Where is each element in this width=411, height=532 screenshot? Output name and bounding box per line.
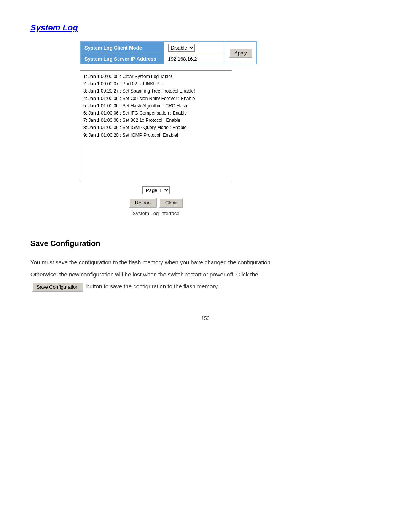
log-entry: 1: Jan 1 00:00:05 : Clear System Log Tab… (83, 73, 229, 80)
log-entry: 5: Jan 1 01:00:06 : Set Hash Algorithm :… (83, 102, 229, 110)
log-entry: 6: Jan 1 01:00:06 : Set IFG Compensation… (83, 110, 229, 117)
page-title: System Log (30, 23, 381, 34)
clear-button[interactable]: Clear (159, 198, 183, 208)
page-select[interactable]: Page.1 (142, 186, 170, 194)
server-ip-label: System Log Server IP Address (80, 54, 164, 64)
reload-button[interactable]: Reload (129, 198, 157, 208)
log-area-wrapper: 1: Jan 1 00:00:05 : Clear System Log Tab… (80, 70, 381, 181)
log-entry: 9: Jan 1 01:00:20 : Set IGMP Protocol: E… (83, 132, 229, 139)
save-config-text-after: button to save the configuration to the … (86, 283, 219, 289)
apply-cell: Apply (225, 42, 256, 64)
log-entry: 2: Jan 1 00:00:07 : Port.02 ---LINKUP--- (83, 80, 229, 88)
save-config-text-before: You must save the configuration to the f… (30, 259, 272, 278)
log-area[interactable]: 1: Jan 1 00:00:05 : Clear System Log Tab… (80, 70, 232, 181)
save-config-title: Save Configuration (30, 239, 381, 248)
log-entry: 7: Jan 1 01:00:06 : Set 802.1x Protocol … (83, 117, 229, 124)
client-mode-value: Disable Enable (164, 42, 225, 54)
save-config-text: You must save the configuration to the f… (30, 256, 297, 292)
button-row: Reload Clear (80, 198, 232, 208)
save-config-section: Save Configuration You must save the con… (30, 239, 381, 292)
log-entry: 4: Jan 1 01:00:06 : Set Collision Retry … (83, 95, 229, 102)
server-ip-value: 192.168.16.2 (164, 54, 225, 64)
server-ip-text: 192.168.16.2 (168, 56, 197, 62)
client-mode-label: System Log Client Mode (80, 42, 164, 54)
interface-label: System Log Interface (80, 211, 232, 216)
client-mode-select[interactable]: Disable Enable (168, 44, 195, 52)
log-entry: 3: Jan 1 00:20:27 : Set Spanning Tree Pr… (83, 88, 229, 95)
apply-button[interactable]: Apply (229, 48, 252, 58)
table-row-client-mode: System Log Client Mode Disable Enable Ap… (80, 42, 256, 54)
config-table: System Log Client Mode Disable Enable Ap… (80, 41, 257, 64)
pagination-row: Page.1 (80, 186, 232, 194)
page-number: 153 (30, 315, 381, 321)
log-entry: 8: Jan 1 01:00:06 : Set IGMP Query Mode … (83, 124, 229, 131)
save-configuration-button[interactable]: Save Configuration (32, 282, 83, 292)
